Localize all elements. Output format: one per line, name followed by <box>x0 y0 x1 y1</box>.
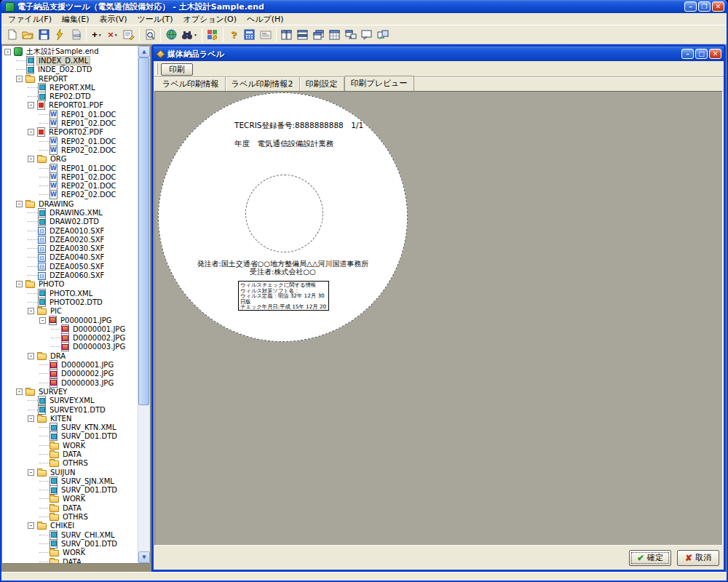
tree-item[interactable]: SURV_D01.DTD <box>2 432 138 441</box>
tree-item[interactable]: -SUIJUN <box>2 468 138 477</box>
tree-item[interactable]: PHOTO.XML <box>2 289 138 298</box>
tree-item[interactable]: -REPORT01.PDF <box>2 101 138 110</box>
tree-item[interactable]: DRAW02.DTD <box>2 218 138 226</box>
tree-item[interactable]: -土木設計Sample.end <box>2 47 138 56</box>
close-icon[interactable]: ✕ <box>712 1 724 12</box>
tree-item[interactable]: D0000001.JPG <box>2 360 138 369</box>
menu-item[interactable]: 編集(E) <box>57 13 95 25</box>
tree-item[interactable]: -REPORT02.PDF <box>2 128 138 137</box>
tree-item[interactable]: INDE_D02.DTD <box>2 65 138 74</box>
tree-item[interactable]: DRAWING.XML <box>2 208 138 217</box>
tab-4[interactable]: 印刷プレビュー <box>344 76 414 91</box>
tree-item[interactable]: -CHIKEI <box>2 522 138 530</box>
new-file-button[interactable] <box>4 27 20 43</box>
tree-item[interactable]: REP02_02.DOC <box>2 191 138 199</box>
tree-item[interactable]: D0000001.JPG <box>2 324 138 333</box>
expand-toggle-icon[interactable]: - <box>16 76 23 82</box>
tree-item[interactable]: OTHRS <box>2 512 138 521</box>
menu-item[interactable]: 表示(V) <box>95 13 132 25</box>
tree-item[interactable]: DZEA0050.SXF <box>2 262 138 271</box>
tree-item[interactable]: REP02_02.DOC <box>2 146 138 154</box>
tree-item[interactable]: SURV_SJN.XML <box>2 477 138 485</box>
tree-item[interactable]: SURV_D01.DTD <box>2 486 138 495</box>
menu-item[interactable]: ファイル(F) <box>3 13 57 25</box>
menu-item[interactable]: ツール(T) <box>132 13 178 25</box>
expand-toggle-icon[interactable]: - <box>28 522 34 529</box>
grid-view-button[interactable] <box>327 27 343 43</box>
tree-item[interactable]: REP01_01.DOC <box>2 164 138 172</box>
tree-item[interactable]: -P0000001.JPG <box>2 316 138 324</box>
tree-item[interactable]: DZEA0020.SXF <box>2 235 138 244</box>
confirm-button[interactable]: ✔ 確定 <box>629 550 671 566</box>
tree-item[interactable]: DZEA0010.SXF <box>2 226 138 235</box>
calculator-button[interactable] <box>242 27 258 43</box>
tree-item[interactable]: REP01_02.DOC <box>2 172 138 181</box>
comment-window-button[interactable] <box>359 27 375 43</box>
scrollbar-track[interactable] <box>138 57 150 551</box>
delete-item-button[interactable]: ×▼ <box>105 27 121 43</box>
scrollbar-thumb[interactable] <box>138 57 149 405</box>
tree-item[interactable]: DATA <box>2 503 138 512</box>
dialog-close-icon[interactable]: ✕ <box>709 49 721 59</box>
tree-item[interactable]: D0000002.JPG <box>2 370 138 378</box>
tree-item[interactable]: DATA <box>2 450 138 458</box>
search-button[interactable]: ▼ <box>179 27 199 43</box>
send-window-button[interactable] <box>375 27 391 43</box>
cancel-button[interactable]: ✘ 取消 <box>677 550 719 566</box>
expand-toggle-icon[interactable]: - <box>16 201 23 207</box>
expand-toggle-icon[interactable]: - <box>28 353 34 359</box>
expand-toggle-icon[interactable]: - <box>16 388 23 395</box>
tree-item[interactable]: SURVEY.XML <box>2 396 138 405</box>
tree-item[interactable]: REP01_01.DOC <box>2 110 138 119</box>
tree-item[interactable]: WORK <box>2 549 138 557</box>
tree-item[interactable]: -DRA <box>2 351 138 360</box>
tree-item[interactable]: SURV_KTN.XML <box>2 423 138 431</box>
properties-button[interactable] <box>121 27 137 43</box>
restore-icon[interactable]: ❐ <box>698 1 711 12</box>
tree-item[interactable]: DZEA0040.SXF <box>2 253 138 262</box>
tree-item[interactable]: WORK <box>2 441 138 450</box>
expand-toggle-icon[interactable]: - <box>39 317 46 324</box>
expand-toggle-icon[interactable]: - <box>28 102 34 108</box>
expand-toggle-icon[interactable]: - <box>28 415 34 422</box>
tree-item[interactable]: -REPORT <box>2 74 138 83</box>
tree-item[interactable]: -ORG <box>2 155 138 164</box>
tree-item[interactable]: D0000003.JPG <box>2 343 138 351</box>
expand-toggle-icon[interactable]: - <box>28 156 34 162</box>
scroll-down-icon[interactable]: ▼ <box>138 551 150 563</box>
add-item-button[interactable]: +▼ <box>89 27 105 43</box>
tree-item[interactable]: INDEX_D.XML <box>2 56 138 65</box>
dialog-maximize-icon[interactable]: □ <box>695 49 708 59</box>
tab-1[interactable]: ラベル印刷情報 <box>157 77 226 91</box>
minimize-icon[interactable]: – <box>684 1 697 12</box>
expand-toggle-icon[interactable]: - <box>28 129 34 135</box>
tree-item[interactable]: DZEA0030.SXF <box>2 244 138 253</box>
tree-item[interactable]: SURV_D01.DTD <box>2 539 138 548</box>
scroll-up-icon[interactable]: ▲ <box>138 46 150 57</box>
tree-item[interactable]: REP01_02.DOC <box>2 119 138 127</box>
tree-item[interactable]: DZEA0060.SXF <box>2 271 138 279</box>
cascade-windows-button[interactable] <box>311 27 327 43</box>
tree-item[interactable]: SURVEY01.DTD <box>2 405 138 414</box>
arrange-window-button[interactable] <box>343 27 359 43</box>
tree-item[interactable]: -DRAWING <box>2 199 138 208</box>
tree-item[interactable]: -PIC <box>2 307 138 316</box>
dialog-minimize-icon[interactable]: – <box>681 49 694 59</box>
save-button[interactable] <box>36 27 52 43</box>
tree-item[interactable]: OTHRS <box>2 459 138 468</box>
web-output-button[interactable]: WEB <box>68 27 84 43</box>
style-palette-button[interactable] <box>205 27 221 43</box>
import-bolt-button[interactable] <box>52 27 68 43</box>
help-button[interactable]: ? <box>226 27 242 43</box>
tree-scrollbar[interactable]: ▲ ▼ <box>138 46 150 563</box>
expand-toggle-icon[interactable]: - <box>28 308 34 314</box>
menu-item[interactable]: オプション(O) <box>178 13 242 25</box>
expand-toggle-icon[interactable]: - <box>16 281 23 287</box>
check-globe-button[interactable] <box>163 27 179 43</box>
tile-horizontal-button[interactable] <box>295 27 311 43</box>
open-button[interactable] <box>20 27 36 43</box>
tree-item[interactable]: D0000003.JPG <box>2 378 138 387</box>
tab-3[interactable]: 印刷設定 <box>300 77 344 91</box>
print-preview-button[interactable] <box>142 27 158 43</box>
tree-item[interactable]: DATA <box>2 557 138 563</box>
